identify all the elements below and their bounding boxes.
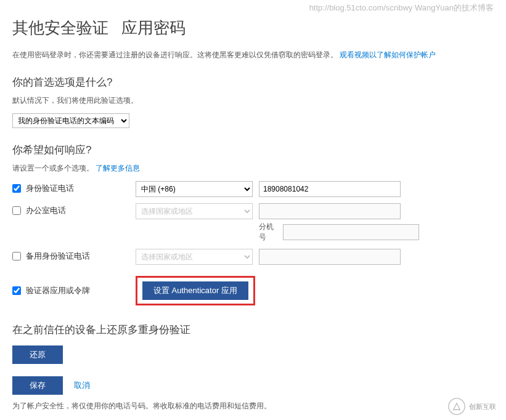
logo-icon	[448, 398, 465, 415]
restore-heading: 在之前信任的设备上还原多重身份验证	[12, 323, 494, 337]
save-row: 保存 取消	[12, 376, 494, 395]
preferred-option-select[interactable]: 我的身份验证电话的文本编码	[12, 113, 129, 128]
auth-phone-country-select[interactable]: 中国 (+86)	[136, 181, 253, 197]
method-row-office-phone: 办公室电话 选择国家或地区 分机号	[12, 203, 494, 243]
authenticator-checkbox[interactable]	[12, 286, 21, 295]
office-phone-ext-label: 分机号	[259, 222, 280, 243]
authenticator-highlight: 设置 Authenticator 应用	[136, 276, 255, 305]
office-phone-ext-row: 分机号	[259, 222, 419, 243]
respond-desc-text: 请设置一个或多个选项。	[12, 164, 94, 172]
svg-point-0	[449, 398, 465, 414]
auth-phone-number-input[interactable]	[259, 181, 401, 197]
watermark-text: http://blog.51cto.com/scnbwy WangYuan的技术…	[309, 2, 494, 14]
office-phone-label: 办公室电话	[26, 205, 66, 216]
section-preferred-heading: 你的首选选项是什么?	[12, 75, 494, 89]
restore-section: 在之前信任的设备上还原多重身份验证 还原	[12, 323, 494, 364]
backup-phone-label: 备用身份验证电话	[26, 251, 90, 262]
learn-more-link[interactable]: 了解更多信息	[96, 164, 140, 172]
footer-note: 为了帐户安全性，将仅使用你的电话号码。将收取标准的电话费用和短信费用。	[12, 401, 494, 411]
authenticator-label: 验证器应用或令牌	[26, 285, 90, 296]
auth-phone-check-label[interactable]: 身份验证电话	[12, 181, 136, 194]
section-preferred-desc: 默认情况下，我们将使用此验证选项。	[12, 95, 494, 106]
method-row-backup-phone: 备用身份验证电话 选择国家或地区	[12, 249, 494, 265]
office-phone-checkbox[interactable]	[12, 206, 21, 215]
title-main: 其他安全验证	[12, 18, 108, 37]
office-phone-country-select: 选择国家或地区	[136, 203, 253, 219]
office-phone-ext-input	[283, 224, 419, 240]
intro-text: 在使用密码登录时，你还需要通过注册的设备进行响应。这将使黑客更难以仅凭借窃取的密…	[12, 50, 494, 60]
backup-phone-number-input	[259, 249, 401, 265]
intro-body: 在使用密码登录时，你还需要通过注册的设备进行响应。这将使黑客更难以仅凭借窃取的密…	[12, 50, 338, 59]
brand-logo: 创新互联	[448, 398, 496, 415]
backup-phone-check-label[interactable]: 备用身份验证电话	[12, 249, 136, 262]
auth-phone-checkbox[interactable]	[12, 184, 21, 193]
authenticator-check-label[interactable]: 验证器应用或令牌	[12, 285, 136, 296]
section-respond-desc: 请设置一个或多个选项。 了解更多信息	[12, 163, 494, 174]
office-phone-check-label[interactable]: 办公室电话	[12, 203, 136, 216]
page-title: 其他安全验证 应用密码	[12, 17, 494, 39]
setup-authenticator-button[interactable]: 设置 Authenticator 应用	[142, 281, 248, 300]
cancel-link[interactable]: 取消	[74, 380, 90, 391]
logo-text: 创新互联	[469, 402, 496, 411]
backup-phone-checkbox[interactable]	[12, 252, 21, 260]
method-row-authenticator: 验证器应用或令牌 设置 Authenticator 应用	[12, 276, 494, 305]
intro-link[interactable]: 观看视频以了解如何保护帐户	[340, 50, 436, 59]
office-phone-number-input	[259, 203, 401, 219]
methods-list: 身份验证电话 中国 (+86) 办公室电话 选择国家或地区 分机号	[12, 181, 494, 305]
save-button[interactable]: 保存	[12, 376, 63, 395]
method-row-auth-phone: 身份验证电话 中国 (+86)	[12, 181, 494, 197]
restore-button[interactable]: 还原	[12, 345, 63, 364]
title-sub: 应用密码	[121, 18, 186, 37]
section-respond-heading: 你希望如何响应?	[12, 143, 494, 157]
backup-phone-country-select: 选择国家或地区	[136, 249, 253, 265]
auth-phone-label: 身份验证电话	[26, 183, 74, 194]
